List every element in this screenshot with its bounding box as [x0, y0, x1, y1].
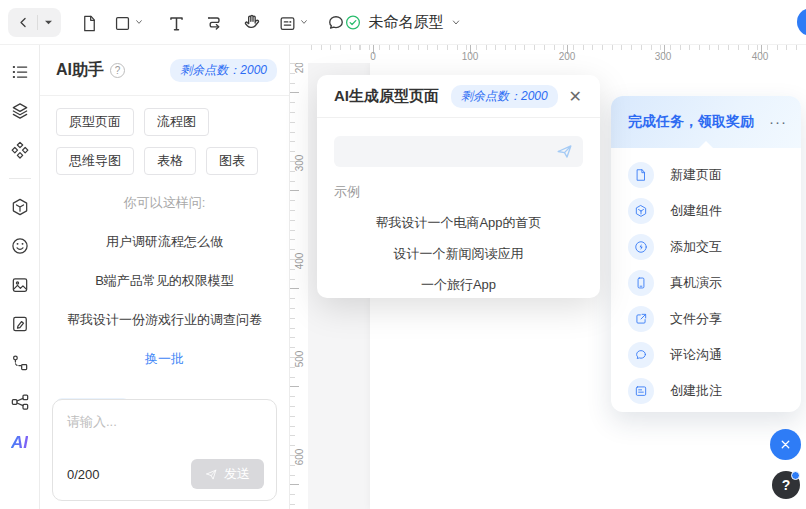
send-plane-icon[interactable]: [555, 142, 574, 161]
hexagon-component-icon: [10, 197, 30, 217]
task-label: 文件分享: [670, 310, 722, 328]
annotation-dropdown-caret-icon[interactable]: [299, 18, 309, 26]
file-share-icon: [628, 306, 654, 332]
send-label: 发送: [224, 465, 250, 483]
text-tool-button[interactable]: [162, 9, 190, 37]
resources-button[interactable]: [7, 194, 33, 220]
divider: [317, 117, 600, 118]
task-add-interaction[interactable]: 添加交互: [611, 229, 801, 265]
rail-divider: [9, 178, 31, 179]
ruler-label: 0: [370, 51, 376, 62]
hand-tool-button[interactable]: [238, 9, 266, 37]
help-fab-button[interactable]: ?: [772, 471, 800, 499]
suggestion-item[interactable]: 用户调研流程怎么做: [40, 233, 289, 251]
refresh-suggestions-link[interactable]: 换一批: [40, 350, 289, 368]
example-item[interactable]: 一个旅行App: [317, 276, 600, 294]
divider: [37, 15, 38, 30]
question-mark-icon: ?: [782, 477, 791, 493]
modal-header: AI生成原型页面 剩余点数：2000 ✕: [317, 75, 600, 117]
example-item[interactable]: 帮我设计一个电商App的首页: [317, 214, 600, 232]
components-button[interactable]: [7, 137, 33, 163]
frame-dropdown-caret-icon[interactable]: [134, 18, 144, 26]
dismiss-tasks-button[interactable]: [770, 429, 801, 460]
horizontal-ruler: 0 100 200 300 400: [308, 45, 806, 63]
tag-flowchart[interactable]: 流程图: [144, 108, 209, 136]
image-button[interactable]: [7, 272, 33, 298]
suggestion-item[interactable]: B端产品常见的权限模型: [40, 272, 289, 290]
ruler-label: 500: [294, 351, 305, 368]
send-button[interactable]: 发送: [191, 459, 264, 489]
chat-input-card[interactable]: 请输入... 0/200 发送: [52, 399, 277, 501]
task-label: 添加交互: [670, 238, 722, 256]
tag-prototype-page[interactable]: 原型页面: [56, 108, 134, 136]
emoji-button[interactable]: [7, 233, 33, 259]
ruler-label: 200: [559, 51, 576, 62]
frame-tool-button[interactable]: [108, 9, 136, 37]
back-dropdown-caret-icon[interactable]: [44, 19, 53, 26]
generate-prompt-input[interactable]: [334, 136, 583, 167]
connector-icon: [205, 13, 225, 33]
chat-input-footer: 0/200 发送: [67, 459, 264, 489]
char-counter: 0/200: [67, 467, 100, 482]
document-title[interactable]: 未命名原型: [369, 13, 444, 32]
flow-button[interactable]: [7, 350, 33, 376]
task-label: 创建批注: [670, 382, 722, 400]
chevron-left-icon[interactable]: [16, 15, 31, 30]
tag-table[interactable]: 表格: [144, 147, 196, 175]
interaction-icon: [628, 234, 654, 260]
task-new-page[interactable]: 新建页面: [611, 157, 801, 193]
tag-mindmap[interactable]: 思维导图: [56, 147, 134, 175]
points-badge: 剩余点数：2000: [451, 85, 558, 108]
user-avatar[interactable]: [797, 8, 806, 36]
page-icon: [80, 14, 99, 33]
device-preview-icon: [628, 270, 654, 296]
ai-generate-modal: AI生成原型页面 剩余点数：2000 ✕ 示例 帮我设计一个电商App的首页 设…: [317, 75, 600, 298]
task-file-share[interactable]: 文件分享: [611, 301, 801, 337]
list-icon: [10, 62, 30, 82]
ai-assistant-button[interactable]: AI: [7, 428, 33, 454]
annotation-tool-button[interactable]: [273, 9, 301, 37]
send-plane-icon: [205, 468, 218, 481]
tag-chart[interactable]: 图表: [206, 147, 258, 175]
task-create-annotation[interactable]: 创建批注: [611, 373, 801, 409]
smiley-icon: [10, 236, 30, 256]
task-device-preview[interactable]: 真机演示: [611, 265, 801, 301]
title-dropdown-caret-icon[interactable]: [451, 18, 462, 27]
task-create-component[interactable]: 创建组件: [611, 193, 801, 229]
layers-icon: [10, 101, 30, 121]
annotation-icon: [278, 14, 297, 33]
task-comment[interactable]: 评论沟通: [611, 337, 801, 373]
examples-label: 示例: [334, 183, 583, 201]
tasks-list: 新建页面 创建组件 添加交互 真机演示 文件分享 评论沟通: [611, 148, 801, 409]
pages-list-button[interactable]: [7, 59, 33, 85]
layers-button[interactable]: [7, 98, 33, 124]
document-title-group[interactable]: 未命名原型: [345, 0, 462, 45]
template-button[interactable]: [7, 311, 33, 337]
template-pen-icon: [10, 314, 30, 334]
modal-title: AI生成原型页面: [334, 87, 439, 106]
comment-bubble-icon: [326, 13, 346, 33]
close-icon[interactable]: ✕: [565, 87, 586, 107]
annotation-icon: [628, 378, 654, 404]
ruler-label: 100: [462, 51, 479, 62]
component-icon: [628, 198, 654, 224]
more-options-icon[interactable]: ···: [769, 117, 787, 127]
top-toolbar: 未命名原型: [0, 0, 806, 45]
components-icon: [10, 140, 30, 160]
new-page-tool-button[interactable]: [75, 9, 103, 37]
suggestion-item[interactable]: 帮我设计一份游戏行业的调查问卷: [40, 311, 289, 329]
back-button-group[interactable]: [8, 8, 61, 37]
ruler-label: 400: [752, 51, 769, 62]
image-icon: [10, 275, 30, 295]
connector-tool-button[interactable]: [201, 9, 229, 37]
help-icon[interactable]: ?: [110, 63, 125, 78]
share-plugin-button[interactable]: [7, 389, 33, 415]
text-icon: [167, 14, 186, 33]
task-label: 新建页面: [670, 166, 722, 184]
ruler-label: 300: [294, 155, 305, 172]
comment-icon: [628, 342, 654, 368]
flow-nodes-icon: [10, 353, 30, 373]
example-item[interactable]: 设计一个新闻阅读应用: [317, 245, 600, 263]
chat-input[interactable]: 请输入...: [67, 413, 262, 431]
frame-icon: [113, 14, 132, 33]
